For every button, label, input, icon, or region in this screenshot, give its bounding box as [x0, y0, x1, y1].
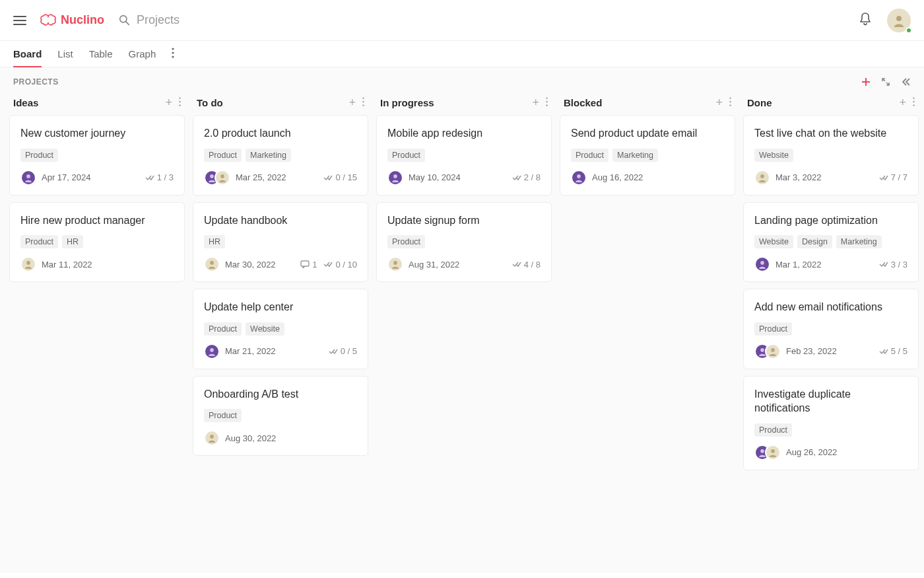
tag-list: Product [754, 423, 908, 437]
card[interactable]: Add new email notificationsProductFeb 23… [743, 289, 919, 369]
tag-list: Product [204, 409, 357, 422]
kanban-board: Ideas+New customer journeyProductApr 17,… [0, 91, 924, 573]
tag-list: ProductWebsite [204, 322, 357, 336]
column-menu-icon[interactable] [362, 96, 364, 108]
tag: HR [62, 235, 83, 248]
svg-point-39 [771, 449, 775, 453]
checklist-progress: 0 / 15 [323, 172, 357, 182]
column-menu-icon[interactable] [546, 96, 548, 108]
checklist-progress: 0 / 10 [323, 260, 357, 270]
card[interactable]: Investigate duplicate notificationsProdu… [743, 376, 919, 470]
card-title: Send product update email [571, 126, 724, 141]
add-card-icon[interactable]: + [348, 96, 356, 108]
tag: Product [20, 235, 58, 248]
add-card-icon[interactable]: + [532, 96, 539, 108]
tab-table[interactable]: Table [89, 42, 113, 66]
brand-name: Nuclino [61, 13, 104, 27]
card[interactable]: Send product update emailProductMarketin… [560, 115, 735, 196]
tag: Marketing [246, 149, 291, 162]
card-footer: Mar 11, 2022 [20, 256, 174, 272]
card-footer: Mar 25, 20220 / 15 [204, 170, 357, 186]
card[interactable]: Mobile app redesignProductMay 10, 20242 … [376, 115, 552, 196]
svg-point-22 [546, 97, 548, 99]
tag-list: WebsiteDesignMarketing [754, 235, 908, 248]
svg-point-30 [577, 174, 581, 178]
card[interactable]: New customer journeyProductApr 17, 20241… [9, 115, 185, 196]
column-inprogress: In progress+Mobile app redesignProductMa… [376, 91, 552, 560]
card-footer: Aug 16, 2022 [571, 170, 724, 186]
checklist-progress: 0 / 5 [329, 346, 357, 356]
svg-point-20 [210, 348, 214, 352]
column-blocked: Blocked+Send product update emailProduct… [560, 91, 735, 560]
column-ideas: Ideas+New customer journeyProductApr 17,… [9, 91, 185, 560]
column-menu-icon[interactable] [179, 96, 181, 108]
svg-point-16 [210, 174, 214, 178]
card-date: Aug 31, 2022 [409, 260, 459, 270]
menu-icon[interactable] [13, 16, 26, 25]
hide-panel-icon[interactable] [900, 77, 911, 87]
add-card-icon[interactable]: + [715, 96, 723, 108]
svg-point-31 [913, 97, 915, 99]
assignee-avatar [765, 343, 781, 359]
card-date: Feb 23, 2022 [786, 346, 837, 356]
column-todo: To do+2.0 product launchProductMarketing… [193, 91, 368, 560]
svg-point-25 [393, 174, 397, 178]
tab-graph[interactable]: Graph [129, 42, 156, 66]
assignees [754, 170, 770, 186]
tab-list[interactable]: List [57, 42, 73, 66]
tab-more-icon[interactable] [172, 48, 174, 61]
card[interactable]: Hire new product managerProductHRMar 11,… [9, 202, 185, 283]
add-item-icon[interactable] [861, 77, 871, 87]
card-footer: Feb 23, 20225 / 5 [754, 343, 908, 359]
add-card-icon[interactable]: + [899, 96, 906, 108]
assignees [754, 343, 781, 359]
add-card-icon[interactable]: + [165, 96, 172, 108]
assignee-avatar [204, 256, 220, 272]
search-box[interactable]: Projects [119, 13, 180, 27]
tab-board[interactable]: Board [13, 42, 42, 67]
assignees [204, 256, 220, 272]
brain-icon [40, 14, 57, 27]
card-date: Mar 1, 2022 [776, 260, 821, 270]
assignee-avatar [204, 343, 220, 359]
svg-point-37 [771, 348, 775, 352]
user-avatar[interactable] [887, 9, 911, 32]
assignees [204, 343, 220, 359]
card[interactable]: Landing page optimizationWebsiteDesignMa… [743, 202, 919, 283]
assignee-avatar [571, 170, 587, 186]
svg-point-15 [362, 104, 364, 106]
column-menu-icon[interactable] [913, 96, 915, 108]
collapse-icon[interactable] [880, 77, 891, 87]
assignees [20, 170, 36, 186]
svg-point-5 [172, 55, 174, 57]
card[interactable]: Test live chat on the websiteWebsiteMar … [743, 115, 919, 196]
tag: Design [797, 235, 832, 248]
tag: Product [204, 322, 242, 336]
card-title: Hire new product manager [20, 213, 174, 228]
assignee-avatar [20, 170, 36, 186]
card-date: Mar 21, 2022 [225, 346, 276, 356]
card-title: Add new email notifications [754, 300, 908, 314]
brand-logo[interactable]: Nuclino [40, 13, 104, 27]
tag-list: Product [387, 149, 541, 162]
column-name: Done [747, 97, 772, 108]
notifications-icon[interactable] [859, 13, 871, 28]
card[interactable]: 2.0 product launchProductMarketingMar 25… [193, 115, 368, 196]
checklist-progress: 3 / 3 [879, 260, 908, 270]
svg-point-29 [729, 104, 731, 106]
card-date: Mar 25, 2022 [236, 172, 286, 182]
svg-point-23 [546, 101, 548, 103]
card-date: Apr 17, 2024 [42, 172, 90, 182]
assignees [754, 445, 781, 460]
tag-list: HR [204, 235, 357, 248]
view-tabs: Board List Table Graph [0, 41, 924, 67]
column-name: Ideas [13, 97, 38, 108]
svg-point-12 [26, 261, 30, 265]
column-menu-icon[interactable] [729, 96, 731, 108]
card[interactable]: Update help centerProductWebsiteMar 21, … [193, 289, 368, 369]
checklist-progress: 1 / 3 [145, 172, 174, 182]
card[interactable]: Update signup formProductAug 31, 20224 /… [376, 202, 552, 283]
card[interactable]: Onboarding A/B testProductAug 30, 2022 [193, 376, 368, 456]
card[interactable]: Update handbookHRMar 30, 202210 / 10 [193, 202, 368, 283]
svg-point-17 [220, 174, 224, 178]
